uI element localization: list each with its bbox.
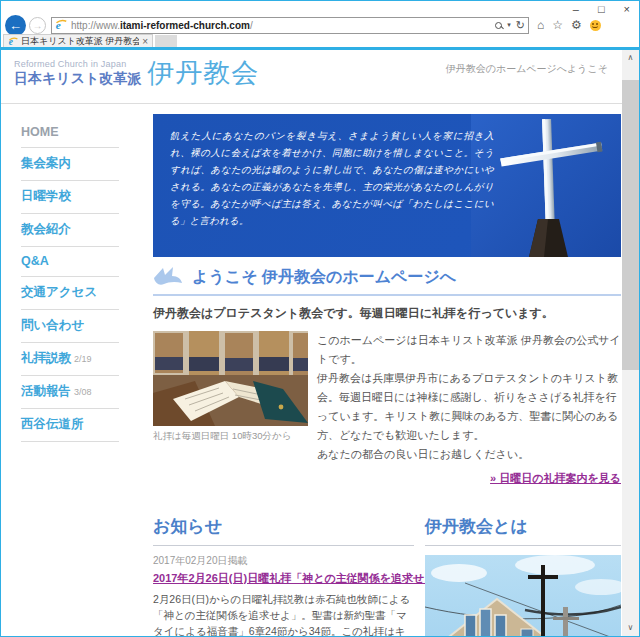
about-heading: 伊丹教会とは <box>425 515 621 546</box>
sidebar-item-contact[interactable]: 問い合わせ <box>21 310 119 343</box>
search-icon[interactable] <box>495 22 502 29</box>
welcome-text: このホームページは日本キリスト改革派 伊丹教会の公式サイトです。 伊丹教会は兵庫… <box>317 331 621 488</box>
url-domain: itami-reformed-church.com <box>120 20 250 31</box>
page-viewport: Reformed Church in Japan 日本キリスト改革派 伊丹教会 … <box>1 50 622 636</box>
sidebar-item-label: 集会案内 <box>21 156 71 170</box>
sidebar-item-label: 教会紹介 <box>21 222 71 236</box>
browser-tab[interactable]: e 日本キリスト改革派 伊丹教会... × <box>3 34 153 48</box>
address-bar[interactable]: e http://www.itami-reformed-church.com/ … <box>51 17 529 34</box>
maximize-button[interactable]: □ <box>595 2 608 16</box>
sidebar-item-date: 3/08 <box>74 387 92 397</box>
feedback-smiley-icon[interactable] <box>590 20 601 31</box>
tab-close-icon[interactable]: × <box>142 36 148 47</box>
sidebar-item-sermons[interactable]: 礼拝説教2/19 <box>21 343 119 376</box>
refresh-icon[interactable]: ↻ <box>516 19 525 32</box>
home-icon[interactable]: ⌂ <box>537 18 544 32</box>
navigation-bar: ← → e http://www.itami-reformed-church.c… <box>1 15 639 35</box>
news-body: 2月26日(日)からの日曜礼拝説教は赤石純也牧師による「神との主従関係を追求せよ… <box>153 591 414 636</box>
sidebar-item-sunday-school[interactable]: 日曜学校 <box>21 181 119 214</box>
sidebar-item-label: 問い合わせ <box>21 318 84 332</box>
window-controls: – □ × <box>570 2 633 16</box>
site-title: 伊丹教会 <box>147 58 259 88</box>
news-item: 2017年02月20日掲載 2017年2月26日(日)日曜礼拝「神との主従関係を… <box>153 554 414 636</box>
sidebar-item-label: 日曜学校 <box>21 189 71 203</box>
url-scheme: http://www. <box>71 20 120 31</box>
sidebar-item-nishitani-mission[interactable]: 西谷伝道所 <box>21 409 119 442</box>
sidebar-item-label: Q&A <box>21 254 49 268</box>
sidebar-item-access[interactable]: 交通アクセス <box>21 277 119 310</box>
url-path: / <box>250 20 253 31</box>
news-heading: お知らせ <box>153 515 414 546</box>
sidebar-item-label: 交通アクセス <box>21 285 97 299</box>
scroll-up-icon[interactable]: ∧ <box>622 50 639 66</box>
address-bar-icons: ▾ ↻ <box>495 19 525 32</box>
favorites-star-icon[interactable]: ☆ <box>552 18 563 32</box>
chevron-down-icon[interactable]: ▾ <box>507 21 511 29</box>
close-button[interactable]: × <box>621 2 633 16</box>
scrollbar-thumb[interactable] <box>622 80 639 370</box>
sidebar-item-about-church[interactable]: 教会紹介 <box>21 214 119 247</box>
welcome-paragraph-3: あなたの都合の良い日にお越しください。 <box>317 445 621 464</box>
sidebar-item-label: 西谷伝道所 <box>21 417 84 431</box>
minimize-button[interactable]: – <box>570 2 582 16</box>
site-denomination: 日本キリスト改革派 <box>14 70 141 88</box>
gear-icon[interactable]: ⚙ <box>571 18 582 32</box>
dove-icon <box>153 266 183 288</box>
sidebar-item-home[interactable]: HOME <box>21 118 119 148</box>
hero-banner: 飢えた人にあなたのパンを裂き与え、さまよう貧しい人を家に招き入れ、裸の人に会えば… <box>153 114 621 257</box>
ie-tab-favicon: e <box>8 37 18 47</box>
welcome-paragraph-2: 伊丹教会は兵庫県伊丹市にあるプロテスタントのキリスト教会。毎週日曜日には神様に感… <box>317 369 621 445</box>
url-text: http://www.itami-reformed-church.com/ <box>71 20 495 31</box>
site-welcome-note: 伊丹教会のホームページへようこそ <box>446 62 608 76</box>
sidebar-item-label: HOME <box>21 125 59 139</box>
sidebar-item-label: 活動報告 <box>21 384 71 398</box>
sidebar-item-qa[interactable]: Q&A <box>21 247 119 277</box>
welcome-heading-text: ようこそ 伊丹教会のホームページへ <box>192 267 456 288</box>
welcome-lead: 伊丹教会はプロテスタント教会です。毎週日曜日に礼拝を行っています。 <box>153 305 621 322</box>
browser-chrome: – □ × ← → e http://www.itami-reformed-ch… <box>1 1 639 50</box>
sidebar-item-meetings[interactable]: 集会案内 <box>21 148 119 181</box>
bible-lectern-photo: 礼拝は毎週日曜日 10時30分から <box>153 331 308 488</box>
tab-bar: e 日本キリスト改革派 伊丹教会... × <box>3 34 177 48</box>
sidebar-item-label: 礼拝説教 <box>21 351 71 365</box>
browser-window: – □ × ← → e http://www.itami-reformed-ch… <box>0 0 640 637</box>
sidebar-nav: HOME 集会案内 日曜学校 教会紹介 Q&A 交通アクセス 問い合わせ 礼拝説… <box>1 104 141 636</box>
site-subtitle-en: Reformed Church in Japan <box>14 59 141 69</box>
scroll-down-icon[interactable]: ∨ <box>622 620 639 636</box>
main-content: 飢えた人にあなたのパンを裂き与え、さまよう貧しい人を家に招き入れ、裸の人に会えば… <box>153 104 621 636</box>
bible-verse: 飢えた人にあなたのパンを裂き与え、さまよう貧しい人を家に招き入れ、裸の人に会えば… <box>170 127 494 229</box>
sidebar-item-date: 2/19 <box>74 354 92 364</box>
news-title-link[interactable]: 2017年2月26日(日)日曜礼拝「神との主従関係を追求せよ」 <box>153 572 446 584</box>
about-section: 伊丹教会とは <box>425 515 621 636</box>
welcome-heading: ようこそ 伊丹教会のホームページへ <box>153 266 621 296</box>
forward-button[interactable]: → <box>29 17 46 34</box>
news-section: お知らせ 2017年02月20日掲載 2017年2月26日(日)日曜礼拝「神との… <box>153 515 414 636</box>
sidebar-item-activity-report[interactable]: 活動報告3/08 <box>21 376 119 409</box>
back-button[interactable]: ← <box>5 15 26 36</box>
browser-action-icons: ⌂ ☆ ⚙ <box>537 18 601 32</box>
ie-favicon: e <box>55 19 67 31</box>
vertical-scrollbar[interactable]: ∧ ∨ <box>622 50 639 636</box>
news-date: 2017年02月20日掲載 <box>153 554 414 568</box>
photo-caption: 礼拝は毎週日曜日 10時30分から <box>153 430 308 443</box>
site-header: Reformed Church in Japan 日本キリスト改革派 伊丹教会 … <box>1 50 622 104</box>
worship-guide-link[interactable]: » 日曜日の礼拝案内を見る <box>490 472 621 484</box>
church-building-photo <box>425 555 621 636</box>
welcome-paragraph-1: このホームページは日本キリスト改革派 伊丹教会の公式サイトです。 <box>317 331 621 369</box>
